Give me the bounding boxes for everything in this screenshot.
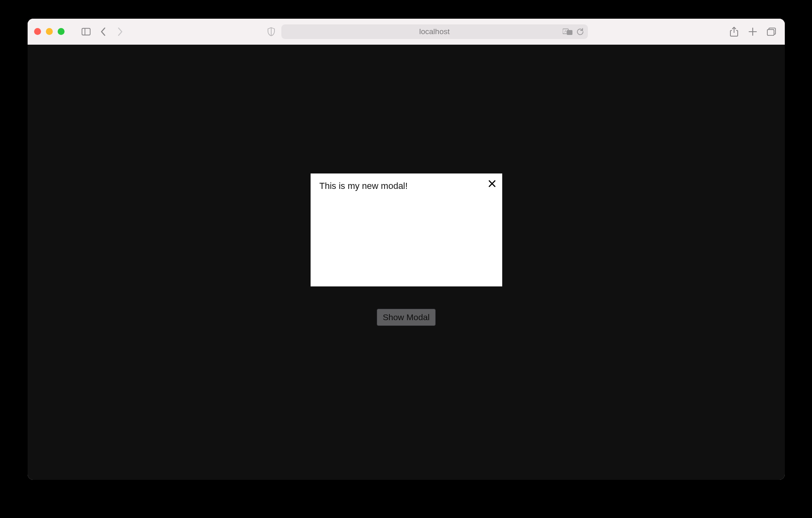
tab-overview-icon[interactable]: [767, 27, 776, 36]
svg-text:A: A: [564, 29, 566, 33]
address-text: localhost: [419, 27, 450, 36]
address-bar[interactable]: localhost A: [281, 24, 588, 39]
traffic-lights: [34, 28, 65, 35]
modal-dialog: This is my new modal!: [311, 173, 502, 286]
window-close-button[interactable]: [34, 28, 41, 35]
new-tab-icon[interactable]: [748, 27, 757, 36]
forward-button[interactable]: [116, 27, 125, 36]
svg-rect-5: [567, 30, 572, 35]
modal-overlay[interactable]: This is my new modal!: [28, 45, 785, 480]
browser-window: localhost A: [28, 19, 785, 480]
modal-text: This is my new modal!: [320, 181, 493, 191]
page-viewport: Show Modal This is my new modal!: [28, 45, 785, 480]
window-maximize-button[interactable]: [58, 28, 65, 35]
modal-close-button[interactable]: [488, 179, 497, 188]
svg-rect-0: [82, 28, 90, 35]
sidebar-toggle-icon[interactable]: [82, 27, 91, 36]
browser-toolbar: localhost A: [28, 19, 785, 45]
share-icon[interactable]: [730, 27, 739, 36]
window-minimize-button[interactable]: [46, 28, 53, 35]
reload-icon[interactable]: [577, 28, 584, 35]
translate-icon[interactable]: A: [563, 28, 572, 35]
privacy-shield-icon[interactable]: [267, 27, 276, 36]
back-button[interactable]: [99, 27, 108, 36]
svg-rect-8: [767, 29, 774, 35]
